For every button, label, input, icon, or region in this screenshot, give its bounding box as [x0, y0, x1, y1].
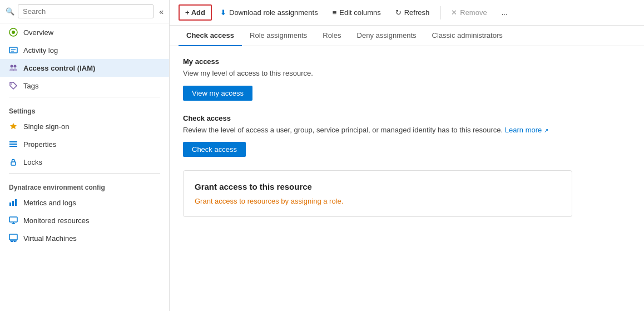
grant-box-desc: Grant access to resources by assigning a… — [195, 197, 561, 205]
sidebar: 🔍 « Overview Activity log — [0, 0, 170, 311]
overview-icon — [9, 28, 18, 37]
sidebar-item-sso[interactable]: Single sign-on — [0, 117, 169, 135]
svg-rect-14 — [12, 201, 14, 206]
sidebar-item-locks[interactable]: Locks — [0, 153, 169, 171]
dynatrace-section-header: Dynatrace environment config — [0, 176, 169, 194]
external-link-icon: ↗ — [544, 127, 548, 134]
svg-rect-11 — [9, 146, 17, 147]
sidebar-item-metrics[interactable]: Metrics and logs — [0, 194, 169, 211]
my-access-desc: View my level of access to this resource… — [183, 68, 631, 79]
iam-icon — [9, 63, 18, 72]
grant-access-box: Grant access to this resource Grant acce… — [183, 170, 572, 217]
divider-settings — [9, 97, 160, 97]
metrics-icon — [9, 198, 18, 207]
locks-icon — [9, 157, 18, 166]
svg-marker-8 — [10, 123, 17, 129]
check-access-title: Check access — [183, 114, 631, 122]
tabs-bar: Check access Role assignments Roles Deny… — [170, 26, 644, 46]
learn-more-link[interactable]: Learn more ↗ — [505, 126, 548, 134]
sidebar-item-tags-label: Tags — [23, 82, 38, 90]
sidebar-item-activity-log[interactable]: Activity log — [0, 41, 169, 59]
toolbar-divider — [440, 6, 440, 19]
sidebar-search-container: 🔍 « — [0, 0, 169, 23]
svg-rect-16 — [9, 217, 17, 222]
sidebar-item-vms-label: Virtual Machines — [23, 234, 77, 243]
svg-rect-2 — [9, 47, 17, 53]
columns-icon: ≡ — [333, 8, 337, 17]
more-options-button[interactable]: ... — [496, 5, 514, 20]
svg-rect-19 — [9, 234, 17, 240]
tab-roles[interactable]: Roles — [315, 26, 349, 46]
my-access-section: My access View my level of access to thi… — [183, 57, 631, 101]
svg-point-7 — [11, 83, 12, 85]
add-button[interactable]: + Add — [179, 4, 212, 21]
remove-icon: ✕ — [451, 8, 457, 17]
sidebar-item-sso-label: Single sign-on — [23, 122, 69, 131]
view-my-access-button[interactable]: View my access — [183, 86, 252, 101]
settings-section-header: Settings — [0, 100, 169, 117]
sidebar-item-monitored-label: Monitored resources — [23, 216, 90, 225]
svg-rect-13 — [9, 203, 11, 206]
properties-icon — [9, 140, 18, 149]
tags-icon — [9, 81, 18, 90]
download-icon: ⬇ — [220, 8, 226, 17]
svg-rect-15 — [15, 199, 17, 206]
download-role-assignments-button[interactable]: ⬇ Download role assignments — [214, 5, 324, 20]
vms-icon — [9, 234, 18, 243]
sso-icon — [9, 122, 18, 131]
remove-button[interactable]: ✕ Remove — [445, 5, 493, 20]
sidebar-item-locks-label: Locks — [23, 158, 42, 166]
svg-rect-12 — [11, 162, 16, 165]
sidebar-item-vms[interactable]: Virtual Machines — [0, 229, 169, 247]
sidebar-item-iam[interactable]: Access control (IAM) — [0, 59, 169, 77]
sidebar-item-iam-label: Access control (IAM) — [23, 64, 95, 72]
search-input[interactable] — [18, 4, 153, 18]
more-icon: ... — [502, 8, 508, 17]
tab-role-assignments[interactable]: Role assignments — [242, 26, 315, 46]
divider-dynatrace — [9, 173, 160, 174]
grant-box-title: Grant access to this resource — [195, 182, 561, 191]
sidebar-item-activity-log-label: Activity log — [23, 46, 58, 55]
my-access-title: My access — [183, 57, 631, 66]
tab-deny-assignments[interactable]: Deny assignments — [349, 26, 424, 46]
sidebar-navigation: Overview Activity log Access control (IA… — [0, 23, 169, 311]
check-access-section: Check access Review the level of access … — [183, 114, 631, 157]
svg-rect-10 — [9, 144, 17, 145]
check-access-button[interactable]: Check access — [183, 142, 246, 157]
svg-point-6 — [14, 65, 17, 68]
edit-columns-button[interactable]: ≡ Edit columns — [326, 5, 387, 20]
collapse-sidebar-button[interactable]: « — [159, 7, 164, 16]
sidebar-item-properties-label: Properties — [23, 140, 56, 149]
refresh-button[interactable]: ↻ Refresh — [389, 5, 436, 20]
sidebar-item-metrics-label: Metrics and logs — [23, 199, 76, 207]
svg-point-1 — [12, 31, 15, 34]
activity-log-icon — [9, 46, 18, 55]
sidebar-item-overview[interactable]: Overview — [0, 23, 169, 41]
monitored-icon — [9, 216, 18, 225]
content-area: My access View my level of access to thi… — [170, 46, 644, 311]
refresh-icon: ↻ — [395, 8, 402, 17]
main-panel: + Add ⬇ Download role assignments ≡ Edit… — [170, 0, 644, 311]
sidebar-item-tags[interactable]: Tags — [0, 77, 169, 95]
sidebar-item-properties[interactable]: Properties — [0, 135, 169, 153]
sidebar-item-overview-label: Overview — [23, 28, 53, 37]
svg-rect-9 — [9, 141, 17, 142]
search-icon: 🔍 — [6, 7, 14, 16]
tab-check-access[interactable]: Check access — [179, 26, 242, 46]
tab-classic-admin[interactable]: Classic administrators — [424, 26, 511, 46]
svg-point-5 — [11, 65, 13, 68]
check-access-desc: Review the level of access a user, group… — [183, 125, 631, 136]
toolbar: + Add ⬇ Download role assignments ≡ Edit… — [170, 0, 644, 26]
sidebar-item-monitored[interactable]: Monitored resources — [0, 211, 169, 229]
